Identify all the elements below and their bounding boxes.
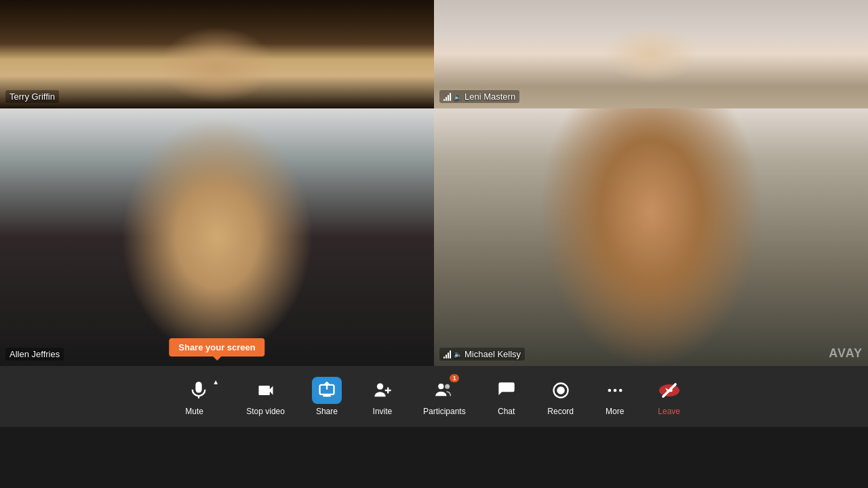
mute-label: Mute	[185, 407, 203, 416]
more-button[interactable]: More	[591, 371, 639, 422]
record-button[interactable]: Record	[536, 371, 585, 422]
invite-button[interactable]: Invite	[358, 371, 407, 422]
toolbar: ▲ Mute Stop video Share	[0, 366, 868, 427]
video-tile-leni: 🔈 Leni Mastern	[434, 0, 868, 108]
svg-point-12	[618, 389, 622, 392]
video-tile-allen: Allen Jeffries Share your screen	[0, 108, 434, 366]
stop-video-button[interactable]: Stop video	[235, 371, 296, 422]
svg-point-6	[439, 384, 444, 389]
signal-icon-michael	[443, 350, 451, 359]
participants-button[interactable]: 1 Participants	[412, 371, 477, 422]
name-tag-leni: 🔈 Leni Mastern	[439, 90, 519, 103]
terry-name-label: Terry Griffin	[9, 92, 55, 102]
signal-icon-leni	[443, 93, 451, 101]
record-label: Record	[547, 407, 574, 416]
mic-icon-leni: 🔈	[454, 93, 462, 100]
name-tag-michael: 🔈 Michael Kellsy	[439, 348, 525, 361]
more-icon	[601, 377, 629, 404]
video-tile-terry: Terry Griffin	[0, 0, 434, 108]
video-grid: Terry Griffin 🔈 Leni Mastern Allen Jeffr…	[0, 0, 868, 366]
share-screen-tooltip: Share your screen	[169, 338, 264, 357]
bottom-bar	[0, 427, 868, 488]
invite-label: Invite	[373, 407, 393, 416]
mic-icon-michael: 🔈	[454, 350, 462, 358]
leni-name-label: Leni Mastern	[465, 92, 515, 102]
leave-icon	[656, 377, 683, 404]
participants-label: Participants	[423, 407, 466, 416]
svg-point-11	[613, 389, 616, 392]
name-tag-terry: Terry Griffin	[5, 90, 59, 103]
allen-name-label: Allen Jeffries	[9, 349, 60, 359]
chat-label: Chat	[498, 407, 515, 416]
share-label: Share	[316, 407, 338, 416]
record-icon	[547, 377, 574, 404]
svg-point-9	[557, 386, 565, 394]
mute-icon	[185, 377, 212, 404]
stop-video-label: Stop video	[246, 407, 285, 416]
svg-point-7	[445, 384, 450, 389]
leave-button[interactable]: Leave	[645, 371, 694, 422]
more-label: More	[606, 407, 624, 416]
participants-badge: 1	[450, 374, 459, 382]
name-tag-allen: Allen Jeffries	[5, 348, 64, 361]
leave-label: Leave	[658, 407, 680, 416]
svg-point-10	[608, 389, 611, 392]
stop-video-icon	[252, 377, 279, 404]
share-button[interactable]: Share	[301, 371, 353, 422]
mute-button[interactable]: ▲ Mute	[174, 371, 230, 422]
chat-icon	[493, 377, 520, 404]
michael-name-label: Michael Kellsy	[465, 349, 521, 359]
avaya-watermark: AVAY	[829, 346, 863, 361]
chat-button[interactable]: Chat	[482, 371, 531, 422]
invite-icon	[369, 377, 396, 404]
video-tile-michael: 🔈 Michael Kellsy AVAY	[434, 108, 868, 366]
share-icon	[312, 377, 342, 404]
participants-icon: 1	[431, 377, 458, 404]
svg-point-3	[377, 384, 383, 390]
